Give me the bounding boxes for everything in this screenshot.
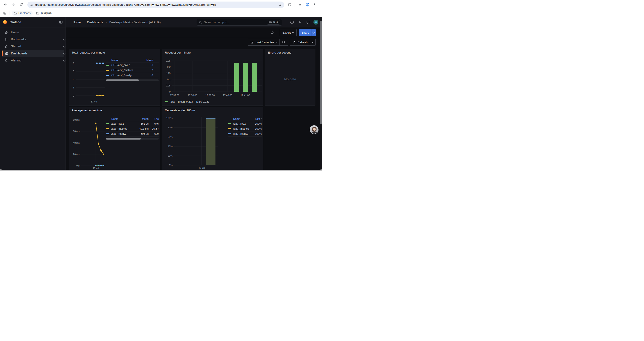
- share-button[interactable]: Share: [299, 29, 311, 36]
- panel-avg-response-time: Average response time 80 ms60 ms40 ms20 …: [69, 107, 160, 170]
- svg-text:60 ms: 60 ms: [73, 130, 80, 133]
- export-button[interactable]: Export: [280, 29, 297, 36]
- breadcrumb-home[interactable]: Home: [73, 21, 81, 24]
- bookmark-folder-freeleaps[interactable]: Freeleaps: [12, 11, 33, 16]
- breadcrumb-separator: ›: [83, 21, 84, 24]
- panel-errors-per-second: Errors per second No data: [265, 49, 316, 106]
- user-avatar[interactable]: [314, 20, 318, 25]
- svg-text:0 s: 0 s: [76, 164, 80, 167]
- bookmark-label: Freeleaps: [18, 12, 31, 15]
- legend-row: GET /api/_/livez6: [106, 63, 159, 68]
- svg-text:4: 4: [73, 78, 74, 81]
- bookmark-folder-blogs[interactable]: 收藏博客: [34, 11, 54, 16]
- download-icon[interactable]: [297, 2, 302, 7]
- monitor-icon[interactable]: [306, 20, 310, 24]
- sidebar-brand-row: Grafana: [0, 17, 66, 28]
- scrollbar-thumb[interactable]: [106, 80, 139, 81]
- svg-text:?: ?: [292, 21, 293, 23]
- legend-row: /api/_/metrics100%: [228, 126, 262, 131]
- svg-text:17:38:00: 17:38:00: [188, 94, 197, 97]
- legend-table: NameMeanLas /api/_/livez661 µs646 /api/_…: [106, 117, 159, 140]
- refresh-icon: [292, 40, 296, 44]
- search-input[interactable]: [204, 21, 267, 24]
- extensions-icon[interactable]: [287, 2, 292, 7]
- svg-text:0.1: 0.1: [167, 78, 170, 81]
- svg-text:17:41:00: 17:41:00: [241, 94, 250, 97]
- panel-title[interactable]: Requests under 100ms: [165, 109, 196, 112]
- sidebar-toggle-icon[interactable]: [59, 20, 63, 24]
- sidebar-item-home[interactable]: Home: [2, 29, 64, 36]
- share-dropdown-button[interactable]: [311, 29, 316, 36]
- forward-icon[interactable]: [10, 2, 16, 7]
- rss-icon[interactable]: [298, 20, 302, 24]
- browser-actions: [287, 2, 316, 7]
- star-icon: [4, 45, 8, 48]
- breadcrumb: Home › Dashboards › Freeleaps Metrics Da…: [73, 21, 161, 24]
- legend-row: GET /api/_/metrics2: [106, 68, 159, 73]
- refresh-interval-dropdown[interactable]: [310, 39, 316, 46]
- masthead-icons: ?: [290, 20, 318, 25]
- sidebar-item-alerting[interactable]: Alerting: [2, 57, 64, 64]
- breadcrumb-current: Freeleaps Metrics Dashboard (ALPHA): [110, 21, 161, 24]
- breadcrumb-dashboards[interactable]: Dashboards: [87, 21, 103, 24]
- zoom-out-button[interactable]: [280, 39, 288, 46]
- site-settings-icon[interactable]: [30, 3, 33, 6]
- svg-text:6: 6: [73, 62, 74, 65]
- bookmark-label: 收藏博客: [41, 12, 52, 15]
- breadcrumb-separator: ›: [106, 21, 107, 24]
- browser-menu-icon[interactable]: [312, 3, 316, 6]
- svg-text:17:40: 17:40: [91, 100, 97, 103]
- panel-requests-under-100ms: Requests under 100ms 100%80%60%40%20%0%1…: [162, 107, 263, 170]
- svg-text:0%: 0%: [169, 164, 172, 167]
- sidebar-item-dashboards[interactable]: Dashboards: [2, 50, 64, 57]
- folder-icon: [14, 12, 17, 15]
- search-box[interactable]: ⌘+k: [196, 19, 282, 26]
- apps-grid-icon[interactable]: [2, 11, 8, 16]
- chevron-down-icon: [292, 31, 294, 33]
- panel-title[interactable]: Request per minute: [165, 51, 191, 54]
- bookmark-star-icon[interactable]: [278, 3, 282, 6]
- no-data-message: No data: [265, 77, 315, 81]
- url-text[interactable]: grafana.mathmast.com/d/deytv4rwavabkb/fr…: [35, 3, 278, 6]
- legend-series[interactable]: 2xx: [170, 100, 175, 103]
- scrollbar-thumb[interactable]: [106, 138, 141, 140]
- sidebar-item-starred[interactable]: Starred: [2, 43, 64, 50]
- legend-row: /api/_/readyz100%: [228, 131, 262, 137]
- refresh-button[interactable]: Refresh: [290, 39, 310, 46]
- reload-icon[interactable]: [19, 2, 24, 7]
- panel-title[interactable]: Errors per second: [268, 51, 291, 54]
- help-icon[interactable]: ?: [290, 20, 294, 24]
- grafana-logo[interactable]: [3, 20, 7, 24]
- svg-text:3: 3: [73, 86, 74, 89]
- url-bar[interactable]: grafana.mathmast.com/d/deytv4rwavabkb/fr…: [28, 2, 284, 8]
- legend-row: GET /api/_/readyz6: [106, 73, 159, 78]
- panel-title[interactable]: Average response time: [72, 109, 102, 112]
- zoom-out-icon: [282, 40, 286, 44]
- profile-icon[interactable]: [305, 2, 310, 7]
- svg-text:17:39:00: 17:39:00: [206, 94, 215, 97]
- toolbar-divider: [277, 30, 277, 35]
- back-icon[interactable]: [3, 2, 8, 7]
- legend: 2xx Mean: 0.233 Max: 0.233: [165, 100, 209, 103]
- folder-icon: [36, 12, 39, 15]
- svg-text:0.25: 0.25: [166, 60, 170, 62]
- keyboard-icon: [268, 21, 272, 24]
- legend-scrollbar[interactable]: [106, 80, 159, 81]
- avatar-body: [312, 132, 317, 134]
- requests-under-100ms-chart: 100%80%60%40%20%0%17:40: [162, 107, 263, 170]
- page-scrollbar[interactable]: [320, 17, 322, 170]
- assistant-avatar[interactable]: [310, 125, 318, 134]
- bookmark-icon: [4, 38, 8, 41]
- chevron-down-icon: [63, 53, 66, 55]
- panel-request-per-minute: Request per minute 0.250.20.150.10.05017…: [162, 49, 263, 106]
- panel-title[interactable]: Total requests per minute: [72, 51, 105, 54]
- home-icon: [4, 31, 8, 34]
- scrollbar-thumb[interactable]: [320, 21, 322, 124]
- time-range-picker[interactable]: Last 5 minutes: [248, 39, 280, 46]
- sidebar-item-bookmarks[interactable]: Bookmarks: [2, 36, 64, 43]
- screen: grafana.mathmast.com/d/deytv4rwavabkb/fr…: [0, 0, 322, 171]
- chevron-down-icon: [63, 46, 66, 48]
- favorite-star-icon[interactable]: [270, 31, 274, 35]
- bookmarks-bar: Freeleaps 收藏博客: [0, 9, 322, 17]
- legend-scrollbar[interactable]: [106, 138, 159, 140]
